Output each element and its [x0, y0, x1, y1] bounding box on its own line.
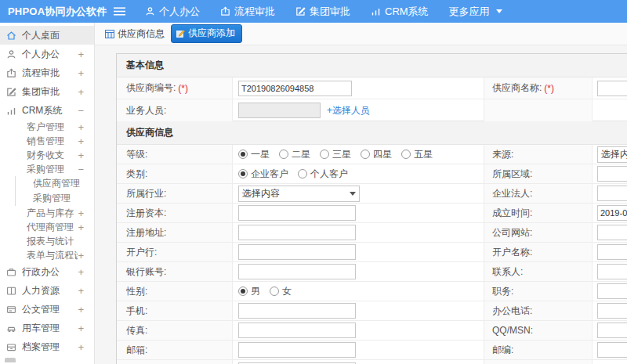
radio-label: 企业客户 — [251, 168, 288, 181]
field-email[interactable] — [238, 342, 356, 358]
expand-icon[interactable]: + — [78, 222, 84, 232]
form-row-supplier-code: 供应商编号:(*)供应商名称:(*) — [117, 77, 627, 99]
input-cell — [593, 164, 627, 183]
label-cell: 注册地址: — [117, 223, 233, 242]
sidebar-item-personal-desktop[interactable]: 个人桌面 — [0, 26, 94, 45]
radio-level-3[interactable]: 四星 — [361, 148, 392, 161]
expand-icon[interactable]: + — [78, 342, 84, 352]
expand-icon[interactable]: + — [78, 286, 84, 296]
expand-icon[interactable]: + — [78, 150, 84, 160]
field-supplier-code[interactable] — [238, 81, 352, 96]
radio-level-2[interactable]: 三星 — [320, 148, 351, 161]
topbar-nav-more-apps[interactable]: 更多应用 — [439, 0, 513, 23]
sidebar-item-archive-mgmt[interactable]: 档案管理+ — [0, 337, 94, 356]
supplier-add-form: 基本信息供应商编号:(*)供应商名称:(*)业务人员:+选择人员供应商信息等级:… — [116, 53, 627, 364]
sidebar-item-form-flow-settings[interactable]: 表单与流程设置+ — [0, 248, 94, 262]
field-bank-account[interactable] — [238, 264, 356, 279]
sidebar-item-finance-mgmt[interactable]: 财务收支+ — [0, 148, 94, 162]
input-cell — [233, 341, 484, 359]
input-cell — [593, 223, 627, 242]
expand-icon[interactable]: + — [78, 87, 84, 97]
expand-icon[interactable]: + — [78, 323, 84, 333]
car-icon — [6, 323, 22, 333]
label-cell: 手机: — [117, 301, 233, 320]
field-staff[interactable] — [238, 103, 321, 118]
expand-icon[interactable]: + — [78, 250, 84, 261]
radio-icon — [361, 150, 370, 159]
sidebar-item-purchasing[interactable]: 采购管理 — [15, 191, 94, 206]
expand-icon[interactable]: + — [78, 267, 84, 277]
radio-level-4[interactable]: 五星 — [401, 148, 433, 161]
label-cell: 开户行: — [117, 243, 233, 261]
choose-staff-link[interactable]: +选择人员 — [327, 104, 370, 117]
field-zipcode[interactable] — [597, 342, 627, 358]
sidebar-item-group-approval[interactable]: 集团审批+ — [0, 82, 94, 101]
sidebar-item-sales-mgmt[interactable]: 销售管理+ — [0, 134, 94, 148]
field-label: 传真: — [126, 324, 147, 337]
topbar-nav-crm-system[interactable]: CRM系统 — [361, 0, 439, 23]
sidebar-item-supplier-mgmt[interactable]: 供应商管理 — [15, 176, 94, 191]
tab-supplier-add[interactable]: 供应商添加 — [171, 24, 242, 43]
field-position[interactable] — [597, 283, 627, 299]
collapse-icon[interactable]: − — [78, 106, 84, 116]
field-established-date[interactable] — [597, 205, 627, 221]
sidebar-item-purchase-mgmt[interactable]: 采购管理− — [0, 162, 94, 176]
field-contact-person[interactable] — [597, 264, 627, 279]
field-qq-msn[interactable] — [597, 323, 627, 338]
field-legal-person[interactable] — [597, 186, 627, 201]
sidebar-item-document-mgmt[interactable]: 公文管理+ — [0, 300, 94, 319]
sidebar-item-label: 采购管理 — [27, 163, 78, 176]
radio-gender-1[interactable]: 女 — [270, 285, 292, 298]
input-cell — [233, 204, 484, 222]
expand-icon[interactable]: + — [78, 68, 84, 78]
expand-icon[interactable]: + — [78, 49, 84, 59]
input-cell — [593, 99, 627, 121]
sidebar-item-product-inventory[interactable]: 产品与库存+ — [0, 206, 94, 220]
field-mobile[interactable] — [238, 303, 356, 319]
radio-gender-0[interactable]: 男 — [238, 285, 260, 298]
sidebar-item-admin-office[interactable]: 行政办公+ — [0, 262, 94, 281]
radio-level-0[interactable]: 一星 — [238, 148, 270, 161]
topbar-nav-personal-office[interactable]: 个人办公 — [135, 0, 210, 23]
radio-category-1[interactable]: 个人客户 — [298, 168, 348, 181]
sidebar-item-personal-office[interactable]: 个人办公+ — [0, 45, 94, 63]
tab-supplier-info[interactable]: 供应商信息 — [105, 27, 165, 41]
sidebar-item-human-resources[interactable]: 人力资源+ — [0, 281, 94, 300]
field-company-website[interactable] — [597, 225, 627, 240]
field-registered-address[interactable] — [238, 225, 356, 240]
radio-level-1[interactable]: 二星 — [279, 148, 310, 161]
sidebar-item-workflow-approval[interactable]: 流程审批+ — [0, 63, 94, 82]
label-cell: 邮编: — [484, 341, 593, 359]
expand-icon[interactable]: + — [78, 208, 84, 218]
select-source[interactable]: 选择内容 — [597, 146, 627, 163]
sidebar-item-agent-mgmt[interactable]: 代理商管理+ — [0, 220, 94, 234]
select-industry[interactable]: 选择内容 — [238, 186, 360, 202]
form-row-bank: 开户行:开户名称: — [117, 243, 627, 262]
radio-category-0[interactable]: 企业客户 — [238, 168, 288, 181]
sidebar-item-customer-mgmt[interactable]: 客户管理+ — [0, 120, 94, 134]
topbar-nav-workflow-approval[interactable]: 流程审批 — [210, 0, 285, 23]
expand-icon[interactable]: + — [78, 122, 84, 132]
field-label: 供应商名称: — [492, 81, 542, 95]
label-cell: 成立时间: — [484, 204, 593, 222]
field-supplier-name[interactable] — [597, 81, 627, 96]
menu-toggle-button[interactable] — [103, 7, 135, 16]
form-row-fax: 传真:QQ/MSN: — [117, 321, 627, 341]
field-fax[interactable] — [238, 323, 356, 338]
sidebar-item-crm-system[interactable]: CRM系统− — [0, 101, 94, 120]
section-rows: 等级:一星二星三星四星五星来源:选择内容类别:企业客户个人客户所属区域:所属行业… — [117, 145, 627, 364]
collapse-icon[interactable]: − — [78, 164, 84, 175]
input-cell — [593, 77, 627, 99]
expand-icon[interactable]: + — [78, 305, 84, 315]
sidebar-item-reports-stats[interactable]: 报表与统计 — [0, 234, 94, 248]
upload-icon — [220, 6, 230, 16]
field-office-phone[interactable] — [597, 303, 627, 319]
field-region[interactable] — [597, 166, 627, 182]
expand-icon[interactable]: + — [78, 136, 84, 146]
field-bank[interactable] — [238, 244, 356, 260]
field-account-name[interactable] — [597, 244, 627, 260]
user-icon — [145, 6, 155, 16]
field-registered-capital[interactable] — [238, 205, 356, 221]
topbar-nav-group-approval[interactable]: 集团审批 — [285, 0, 361, 23]
sidebar-item-vehicle-mgmt[interactable]: 用车管理+ — [0, 319, 94, 337]
